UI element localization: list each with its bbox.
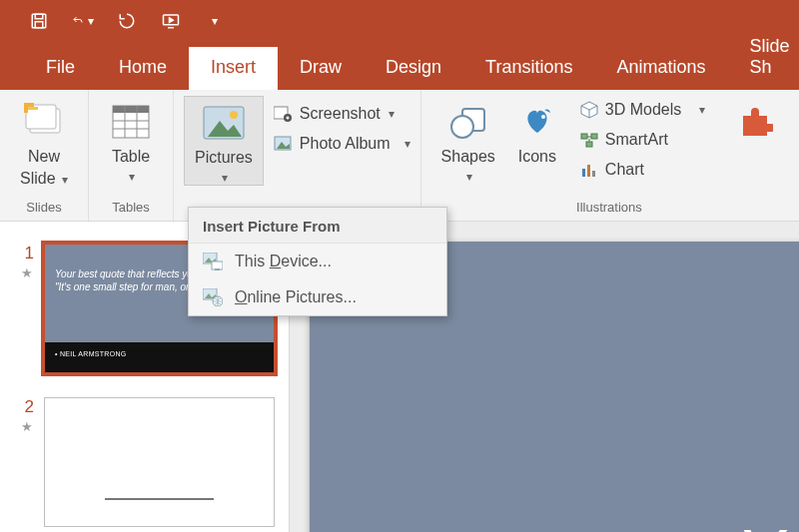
table-label: Table	[112, 148, 150, 166]
svg-rect-6	[28, 107, 38, 110]
group-tables-label: Tables	[112, 198, 150, 219]
icons-button[interactable]: Icons	[505, 96, 569, 166]
svg-rect-30	[582, 169, 585, 177]
svg-rect-1	[35, 14, 43, 19]
tab-insert[interactable]: Insert	[189, 47, 278, 90]
3d-models-label: 3D Models	[605, 101, 681, 119]
shapes-label: Shapes	[441, 148, 495, 166]
group-tables: Table ▾ Tables	[89, 90, 174, 221]
table-icon	[109, 100, 153, 144]
svg-rect-32	[592, 171, 595, 177]
save-icon[interactable]	[28, 10, 50, 32]
tab-animations[interactable]: Animations	[594, 47, 727, 90]
icons-icon	[515, 100, 559, 144]
svg-point-23	[451, 116, 473, 138]
pictures-dropdown-title: Insert Picture From	[189, 208, 446, 244]
new-slide-label: New	[28, 148, 60, 166]
shapes-icon	[446, 100, 490, 144]
svg-rect-9	[113, 106, 149, 113]
icons-label: Icons	[518, 148, 556, 166]
group-illustrations-label: Illustrations	[576, 198, 642, 219]
group-slides-label: Slides	[26, 198, 61, 219]
photo-album-label: Photo Album	[300, 135, 391, 153]
thumb-number: 1	[20, 244, 34, 264]
table-button[interactable]: Table ▾	[99, 96, 163, 184]
smartart-button[interactable]: SmartArt	[575, 128, 709, 152]
chart-button[interactable]: Chart	[575, 158, 709, 182]
smartart-label: SmartArt	[605, 131, 668, 149]
shapes-button[interactable]: Shapes ▾	[431, 96, 505, 184]
undo-icon[interactable]: ▾	[72, 10, 94, 32]
slide-thumb[interactable]	[44, 397, 275, 527]
svg-point-19	[286, 117, 289, 120]
svg-rect-31	[587, 165, 590, 177]
chart-icon	[579, 160, 599, 180]
tab-design[interactable]: Design	[364, 47, 463, 90]
addins-button[interactable]	[715, 96, 787, 144]
addins-icon	[733, 100, 777, 144]
tab-draw[interactable]: Draw	[278, 47, 364, 90]
photo-album-icon	[274, 134, 294, 154]
cube-icon	[579, 100, 599, 120]
this-device-label: This Device...	[235, 253, 332, 270]
qat-customize-icon[interactable]: ▾	[204, 10, 226, 32]
slideshow-icon[interactable]	[160, 10, 182, 32]
animation-star-icon: ★	[21, 266, 33, 280]
svg-point-24	[541, 115, 545, 119]
tab-home[interactable]: Home	[97, 47, 189, 90]
new-slide-icon	[22, 100, 66, 144]
svg-rect-28	[591, 134, 597, 139]
screenshot-button[interactable]: Screenshot ▾	[270, 102, 414, 126]
group-slides: New Slide ▾ Slides	[0, 90, 89, 221]
redo-icon[interactable]	[116, 10, 138, 32]
smartart-icon	[579, 130, 599, 150]
online-pictures-label: Online Pictures...	[235, 288, 357, 306]
tab-file[interactable]: File	[24, 47, 97, 90]
pictures-dropdown: Insert Picture From This Device... Onlin…	[188, 207, 447, 316]
chart-label: Chart	[605, 161, 644, 179]
svg-rect-35	[212, 262, 223, 269]
photo-album-button[interactable]: Photo Album ▾	[270, 132, 414, 156]
slide-quote-text[interactable]: Your b appro	[737, 519, 799, 532]
group-illustrations: Shapes ▾ Icons 3D Models ▾	[421, 90, 798, 221]
online-picture-icon	[203, 287, 223, 307]
pictures-icon	[202, 101, 246, 145]
3d-models-button[interactable]: 3D Models ▾	[575, 98, 709, 122]
animation-star-icon: ★	[21, 419, 33, 434]
pictures-label: Pictures	[195, 149, 253, 167]
svg-rect-27	[581, 134, 587, 139]
svg-rect-29	[586, 142, 592, 147]
thumb-number: 2	[20, 397, 34, 417]
tab-slideshow[interactable]: Slide Sh	[728, 26, 799, 90]
tab-transitions[interactable]: Transitions	[463, 47, 594, 90]
screenshot-icon	[274, 104, 294, 124]
screenshot-label: Screenshot	[300, 105, 381, 123]
pictures-button[interactable]: Pictures ▾	[184, 96, 264, 186]
insert-picture-online[interactable]: Online Pictures...	[189, 279, 446, 315]
new-slide-button[interactable]: New Slide ▾	[10, 96, 78, 187]
group-images: Pictures ▾ Screenshot ▾ Photo Album ▾	[174, 90, 421, 221]
thumb-author-text: • NEIL ARMSTRONG	[45, 342, 274, 372]
svg-rect-2	[35, 22, 43, 28]
quick-access-toolbar: ▾ ▾	[0, 0, 799, 42]
thumbnail-2[interactable]: 2 ★	[0, 393, 289, 532]
ribbon-tabs: File Home Insert Draw Design Transitions…	[0, 42, 799, 90]
svg-point-15	[230, 111, 238, 119]
device-picture-icon	[203, 252, 223, 271]
ribbon: New Slide ▾ Slides Table ▾ Tables	[0, 90, 799, 222]
insert-picture-this-device[interactable]: This Device...	[189, 244, 446, 279]
svg-rect-36	[215, 268, 220, 270]
